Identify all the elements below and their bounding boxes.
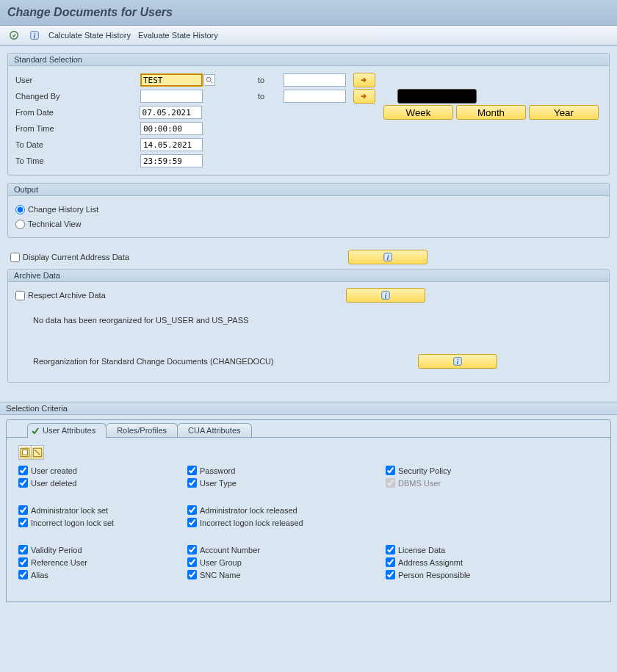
chk-admin-lock-rel[interactable]: [187, 505, 197, 515]
changedby-label: Changed By: [15, 92, 140, 101]
chk-alias[interactable]: [18, 570, 28, 579]
lbl-security-policy: Security Policy: [398, 466, 451, 475]
lbl-user-deleted: User deleted: [31, 479, 76, 488]
tab-cua-attributes[interactable]: CUA Attributes: [177, 423, 252, 437]
chk-incorrect-lock-rel[interactable]: [187, 518, 197, 527]
chk-ref-user[interactable]: [18, 557, 28, 567]
chk-security-policy[interactable]: [386, 466, 395, 475]
page-title: Change Documents for Users: [0, 0, 617, 26]
lbl-incorrect-lock-rel: Incorrect logon lock released: [200, 519, 303, 527]
lbl-dbms-user: DBMS User: [398, 479, 441, 488]
fromtime-input[interactable]: [140, 122, 203, 135]
lbl-user-group: User Group: [200, 558, 242, 567]
chk-snc[interactable]: [187, 570, 197, 579]
fromdate-label: From Date: [15, 108, 140, 117]
standard-selection-group: Standard Selection User to: [7, 53, 610, 176]
chk-incorrect-lock-set[interactable]: [18, 518, 28, 527]
archive-group: Archive Data Respect Archive Data i No d…: [7, 269, 610, 383]
eval-state-history-link[interactable]: Evaluate State History: [138, 31, 218, 40]
lbl-password: Password: [200, 466, 235, 475]
radio-change-history-label: Change History List: [28, 205, 98, 214]
user-input[interactable]: [140, 73, 203, 87]
lbl-user-created: User created: [31, 466, 77, 475]
lbl-incorrect-lock-set: Incorrect logon lock set: [31, 519, 114, 527]
chk-validity[interactable]: [18, 545, 28, 554]
app-toolbar: i Calculate State History Evaluate State…: [0, 26, 617, 46]
totime-label: To Time: [15, 156, 140, 165]
lbl-license: License Data: [398, 546, 445, 554]
user-label: User: [15, 76, 140, 84]
selection-criteria-legend: Selection Criteria: [0, 402, 617, 415]
respect-archive-label: Respect Archive Data: [28, 291, 106, 300]
archive-legend: Archive Data: [8, 270, 609, 282]
lbl-admin-lock-rel: Administrator lock released: [200, 506, 297, 515]
changedby-to-input[interactable]: [284, 90, 346, 103]
changedby-multiselect-button[interactable]: [353, 89, 375, 104]
user-multiselect-button[interactable]: [353, 73, 375, 87]
tab-user-attributes-label: User Attributes: [43, 426, 95, 435]
todate-label: To Date: [15, 140, 140, 149]
lbl-user-type: User Type: [200, 479, 237, 488]
tab-user-attributes[interactable]: User Attributes: [27, 423, 107, 438]
chk-dbms-user: [386, 478, 395, 488]
tab-roles-profiles[interactable]: Roles/Profiles: [106, 423, 178, 437]
select-all-button[interactable]: [18, 445, 32, 460]
chk-user-deleted[interactable]: [18, 478, 28, 488]
output-group: Output Change History List Technical Vie…: [7, 183, 610, 238]
week-button[interactable]: Week: [383, 105, 453, 120]
info-icon[interactable]: i: [28, 29, 41, 42]
changedby-input[interactable]: [140, 90, 203, 103]
chk-user-group[interactable]: [187, 557, 197, 567]
fromdate-input[interactable]: [140, 106, 202, 119]
display-address-info-button[interactable]: i: [348, 250, 427, 264]
lbl-person-resp: Person Responsible: [398, 571, 470, 579]
display-address-label: Display Current Address Data: [23, 253, 129, 261]
user-f4-help-icon[interactable]: [203, 74, 215, 86]
archive-msg1: No data has been reorganized for US_USER…: [15, 303, 602, 332]
month-button[interactable]: Month: [456, 105, 526, 120]
criteria-tabstrip: User Attributes Roles/Profiles CUA Attri…: [6, 419, 611, 602]
fromtime-label: From Time: [15, 124, 140, 133]
execute-icon[interactable]: [7, 29, 21, 42]
svg-line-4: [211, 82, 213, 84]
lbl-snc: SNC Name: [200, 571, 241, 579]
year-button[interactable]: Year: [529, 105, 599, 120]
chk-user-type[interactable]: [187, 478, 197, 488]
radio-technical-view[interactable]: [15, 220, 25, 229]
chk-admin-lock-set[interactable]: [18, 505, 28, 515]
archive-info-button-1[interactable]: i: [346, 288, 425, 303]
svg-rect-12: [23, 450, 28, 455]
display-address-checkbox[interactable]: [10, 253, 20, 262]
chk-password[interactable]: [187, 466, 197, 475]
lbl-ref-user: Reference User: [31, 558, 87, 567]
totime-input[interactable]: [140, 154, 203, 167]
lbl-account-nr: Account Number: [200, 546, 260, 554]
todate-input[interactable]: [140, 138, 203, 151]
chk-user-created[interactable]: [18, 466, 28, 475]
lbl-addr-assign: Address Assignmt: [398, 558, 463, 567]
archive-msg2: Reorganization for Standard Change Docum…: [15, 357, 418, 366]
changedby-to-label: to: [228, 92, 284, 101]
standard-selection-legend: Standard Selection: [8, 54, 609, 66]
masked-box: [397, 89, 477, 104]
chk-account-nr[interactable]: [187, 545, 197, 554]
chk-license[interactable]: [386, 545, 395, 554]
user-to-input[interactable]: [284, 73, 346, 87]
user-to-label: to: [228, 76, 284, 84]
chk-person-resp[interactable]: [386, 570, 395, 579]
archive-info-button-2[interactable]: i: [418, 354, 497, 369]
lbl-validity: Validity Period: [31, 546, 82, 554]
deselect-all-button[interactable]: [31, 445, 44, 460]
radio-technical-view-label: Technical View: [28, 220, 82, 228]
respect-archive-checkbox[interactable]: [15, 291, 25, 300]
calc-state-history-link[interactable]: Calculate State History: [48, 31, 131, 40]
radio-change-history[interactable]: [15, 205, 25, 214]
lbl-admin-lock-set: Administrator lock set: [31, 506, 108, 515]
chk-addr-assign[interactable]: [386, 557, 395, 567]
svg-point-3: [206, 77, 211, 82]
output-legend: Output: [8, 184, 609, 196]
svg-point-0: [10, 32, 18, 40]
lbl-alias: Alias: [31, 571, 48, 579]
